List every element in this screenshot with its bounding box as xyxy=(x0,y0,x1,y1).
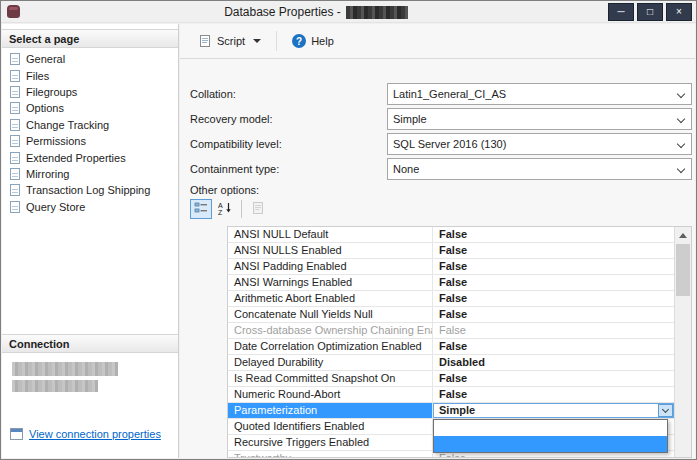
option-name[interactable]: Trustworthy xyxy=(228,451,433,457)
option-value[interactable]: False xyxy=(433,275,674,290)
sidebar-page-item[interactable]: Change Tracking xyxy=(2,117,178,133)
option-row[interactable]: ANSI NULL Default False xyxy=(228,227,674,243)
select-a-page-header: Select a page xyxy=(2,29,178,48)
sidebar-page-item[interactable]: Filegroups xyxy=(2,84,178,100)
option-value[interactable]: Simple xyxy=(433,403,674,418)
option-row[interactable]: Numeric Round-Abort False xyxy=(228,387,674,403)
value-dropdown-button[interactable] xyxy=(658,404,673,417)
categorized-button[interactable] xyxy=(190,199,212,219)
option-name[interactable]: Is Read Committed Snapshot On xyxy=(228,371,433,386)
sidebar-page-item[interactable]: Files xyxy=(2,67,178,83)
field-combobox[interactable]: None xyxy=(387,158,692,180)
grid-scrollbar[interactable] xyxy=(674,227,691,457)
sidebar-page-item[interactable]: Query Store xyxy=(2,199,178,215)
page-icon xyxy=(10,152,20,164)
option-value[interactable]: False xyxy=(433,339,674,354)
help-button-label: Help xyxy=(311,35,334,47)
option-value-text: False xyxy=(439,244,467,256)
option-name[interactable]: Arithmetic Abort Enabled xyxy=(228,291,433,306)
option-name[interactable]: ANSI Padding Enabled xyxy=(228,259,433,274)
combobox-value: SQL Server 2016 (130) xyxy=(393,138,506,150)
option-value[interactable]: False xyxy=(433,323,674,338)
categorized-icon xyxy=(194,201,208,217)
option-value[interactable]: Disabled xyxy=(433,355,674,370)
page-icon xyxy=(10,86,20,98)
scrollbar-thumb[interactable] xyxy=(676,244,690,296)
sidebar-page-item[interactable]: Mirroring xyxy=(2,166,178,182)
option-value[interactable]: False xyxy=(433,259,674,274)
sidebar-page-item[interactable]: Transaction Log Shipping xyxy=(2,182,178,198)
option-name[interactable]: Quoted Identifiers Enabled xyxy=(228,419,433,434)
sidebar-page-item[interactable]: Options xyxy=(2,100,178,116)
option-name[interactable]: Parameterization xyxy=(228,403,433,418)
option-value-text: False xyxy=(439,276,467,288)
sidebar-page-item[interactable]: General xyxy=(2,51,178,67)
maximize-icon: □ xyxy=(647,7,653,17)
option-row[interactable]: Concatenate Null Yields Null False xyxy=(228,307,674,323)
option-name[interactable]: ANSI Warnings Enabled xyxy=(228,275,433,290)
option-row[interactable]: ANSI Warnings Enabled False xyxy=(228,275,674,291)
option-name[interactable]: Recursive Triggers Enabled xyxy=(228,435,433,450)
sidebar-page-item[interactable]: Permissions xyxy=(2,133,178,149)
field-combobox[interactable]: Simple xyxy=(387,108,692,130)
option-value[interactable]: False xyxy=(433,387,674,402)
option-value-text: False xyxy=(439,260,467,272)
option-name[interactable]: Numeric Round-Abort xyxy=(228,387,433,402)
view-connection-properties-link[interactable]: View connection properties xyxy=(29,428,161,440)
option-value[interactable]: False xyxy=(433,307,674,322)
sidebar-page-label: Files xyxy=(26,70,49,82)
field-combobox[interactable]: Latin1_General_CI_AS xyxy=(387,83,692,105)
field-combobox[interactable]: SQL Server 2016 (130) xyxy=(387,133,692,155)
option-row[interactable]: Arithmetic Abort Enabled False xyxy=(228,291,674,307)
help-button[interactable]: ? Help xyxy=(284,29,342,53)
option-row[interactable]: Cross-database Ownership Chaining Enable… xyxy=(228,323,674,339)
parameterization-dropdown xyxy=(433,419,668,453)
option-row[interactable]: Delayed Durability Disabled xyxy=(228,355,674,371)
option-row[interactable]: Is Read Committed Snapshot On False xyxy=(228,371,674,387)
option-value-text: Disabled xyxy=(439,356,485,368)
minimize-icon: ─ xyxy=(617,7,624,17)
sidebar-page-item[interactable]: Extended Properties xyxy=(2,149,178,165)
options-grid-body: ANSI NULL Default False ANSI NULLS Enabl… xyxy=(228,227,674,457)
page-icon xyxy=(10,53,20,65)
database-properties-dialog: Database Properties - ─ □ × Select a pag… xyxy=(0,0,697,460)
option-value-text: False xyxy=(439,372,467,384)
option-name[interactable]: Delayed Durability xyxy=(228,355,433,370)
maximize-button[interactable]: □ xyxy=(637,3,663,21)
option-value[interactable]: False xyxy=(433,227,674,242)
close-button[interactable]: × xyxy=(666,3,692,21)
options-grid: ANSI NULL Default False ANSI NULLS Enabl… xyxy=(227,226,692,458)
option-row[interactable]: ANSI Padding Enabled False xyxy=(228,259,674,275)
option-name[interactable]: Date Correlation Optimization Enabled xyxy=(228,339,433,354)
option-value-text: False xyxy=(439,308,467,320)
option-name[interactable]: ANSI NULLS Enabled xyxy=(228,243,433,258)
title-bar[interactable]: Database Properties - ─ □ × xyxy=(1,1,696,23)
field-label: Compatibility level: xyxy=(190,138,387,150)
option-value[interactable]: False xyxy=(433,243,674,258)
minimize-button[interactable]: ─ xyxy=(608,3,634,21)
scrollbar-up-button[interactable] xyxy=(675,227,691,243)
option-row[interactable]: Parameterization Simple xyxy=(228,403,674,419)
help-icon: ? xyxy=(292,34,306,48)
page-icon xyxy=(10,135,20,147)
dropdown-option[interactable] xyxy=(434,420,667,436)
option-name[interactable]: ANSI NULL Default xyxy=(228,227,433,242)
option-row[interactable]: ANSI NULLS Enabled False xyxy=(228,243,674,259)
option-row[interactable]: Date Correlation Optimization Enabled Fa… xyxy=(228,339,674,355)
alphabetical-sort-button[interactable]: A Z xyxy=(214,199,236,219)
redacted-server-name xyxy=(12,362,118,376)
option-value-text: False xyxy=(439,340,467,352)
option-name[interactable]: Concatenate Null Yields Null xyxy=(228,307,433,322)
view-connection-properties[interactable]: View connection properties xyxy=(10,428,161,440)
option-value[interactable]: False xyxy=(433,371,674,386)
option-value-text: False xyxy=(439,388,467,400)
dropdown-option[interactable] xyxy=(434,436,667,452)
sidebar-page-label: Change Tracking xyxy=(26,119,109,131)
page-icon xyxy=(10,201,20,213)
script-button[interactable]: Script xyxy=(190,29,269,53)
svg-text:Z: Z xyxy=(218,209,223,216)
option-name[interactable]: Cross-database Ownership Chaining Enable… xyxy=(228,323,433,338)
option-value[interactable]: False xyxy=(433,291,674,306)
sidebar-page-label: Filegroups xyxy=(26,86,77,98)
svg-text:A: A xyxy=(218,202,223,209)
